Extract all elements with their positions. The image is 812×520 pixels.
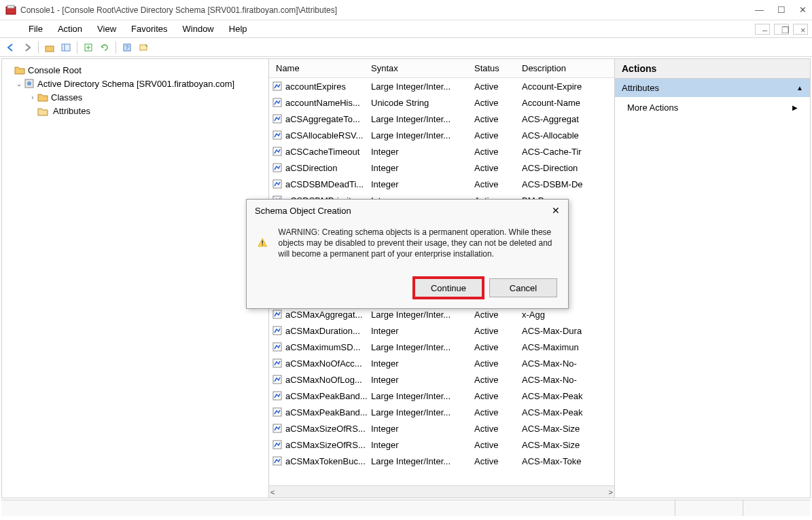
up-button[interactable]	[43, 41, 56, 54]
table-row[interactable]: aCSCacheTimeoutIntegerActiveACS-Cache-Ti…	[269, 143, 614, 160]
table-row[interactable]: aCSMaximumSD...Large Integer/Inter...Act…	[269, 339, 614, 355]
cell-name: aCSMaxPeakBand...	[285, 391, 371, 401]
back-button[interactable]	[4, 41, 18, 54]
col-status[interactable]: Status	[474, 63, 522, 73]
cell-description: ACS-Maximun	[522, 342, 614, 352]
table-row[interactable]: aCSMaxPeakBand...Large Integer/Inter...A…	[269, 404, 614, 420]
tree-root[interactable]: Console Root	[5, 63, 266, 77]
menu-help[interactable]: Help	[222, 22, 254, 35]
tree-attributes-label: Attributes	[51, 105, 92, 117]
cell-syntax: Large Integer/Inter...	[371, 310, 474, 320]
horizontal-scrollbar[interactable]: < >	[269, 485, 614, 498]
folder-icon	[14, 64, 25, 75]
continue-button[interactable]: Continue	[414, 278, 482, 297]
attribute-icon	[272, 407, 283, 417]
refresh-button[interactable]	[98, 41, 111, 54]
attribute-icon	[272, 309, 283, 320]
tree-panel[interactable]: Console Root ⌄ Active Directory Schema […	[2, 59, 269, 498]
table-row[interactable]: aCSMaxNoOfAcc...IntegerActiveACS-Max-No-	[269, 355, 614, 371]
svg-rect-37	[262, 240, 263, 243]
show-hide-button[interactable]	[59, 41, 73, 54]
svg-rect-1	[7, 5, 14, 8]
actions-panel: Actions Attributes ▲ More Actions ▶	[614, 59, 810, 498]
expand-icon[interactable]: ›	[28, 94, 37, 101]
forward-button[interactable]	[20, 41, 34, 54]
table-row[interactable]: aCSMaxPeakBand...Large Integer/Inter...A…	[269, 388, 614, 404]
table-row[interactable]: aCSDSBMDeadTi...IntegerActiveACS-DSBM-De	[269, 176, 614, 192]
dialog-message: WARNING: Creating schema objects is a pe…	[279, 227, 557, 265]
table-row[interactable]: aCSMaxNoOfLog...IntegerActiveACS-Max-No-	[269, 371, 614, 388]
cell-status: Active	[474, 147, 522, 157]
cell-status: Active	[474, 163, 522, 173]
attribute-icon	[272, 179, 283, 189]
table-row[interactable]: aCSMaxTokenBuc...Large Integer/Inter...A…	[269, 453, 614, 469]
actions-more[interactable]: More Actions ▶	[615, 97, 810, 118]
scroll-left-icon[interactable]: <	[270, 488, 275, 496]
collapse-icon[interactable]: ⌄	[14, 80, 24, 88]
menu-view[interactable]: View	[90, 22, 123, 35]
table-row[interactable]: aCSMaxDuration...IntegerActiveACS-Max-Du…	[269, 322, 614, 339]
statusbar	[1, 500, 811, 516]
cell-status: Active	[474, 81, 522, 92]
tree-classes[interactable]: › Classes	[5, 90, 266, 104]
col-name[interactable]: Name	[269, 63, 371, 73]
cell-status: Active	[474, 391, 522, 401]
table-row[interactable]: aCSDirectionIntegerActiveACS-Direction	[269, 160, 614, 176]
cell-description: ACS-Direction	[522, 163, 614, 173]
table-row[interactable]: aCSAllocableRSV...Large Integer/Inter...…	[269, 127, 614, 143]
cell-syntax: Integer	[371, 424, 474, 434]
menu-favorites[interactable]: Favorites	[124, 22, 174, 35]
cell-syntax: Integer	[371, 179, 474, 189]
svg-rect-4	[46, 46, 54, 52]
minimize-button[interactable]: —	[755, 5, 764, 15]
menu-file[interactable]: File	[22, 22, 50, 35]
scroll-right-icon[interactable]: >	[609, 488, 613, 496]
svg-text:?: ?	[125, 44, 128, 51]
cell-name: aCSDSBMDeadTi...	[285, 179, 371, 189]
dialog-titlebar: Schema Object Creation ✕	[247, 200, 568, 221]
attribute-icon	[272, 325, 283, 336]
new-window-button[interactable]	[137, 41, 150, 54]
table-row[interactable]: aCSMaxSizeOfRS...IntegerActiveACS-Max-Si…	[269, 420, 614, 437]
cancel-button[interactable]: Cancel	[489, 278, 557, 297]
table-row[interactable]: aCSMaxSizeOfRS...IntegerActiveACS-Max-Si…	[269, 437, 614, 453]
table-row[interactable]: aCSAggregateTo...Large Integer/Inter...A…	[269, 111, 614, 127]
cell-description: ACS-Max-Dura	[522, 326, 614, 336]
cell-description: ACS-Max-No-	[522, 375, 614, 385]
actions-section[interactable]: Attributes ▲	[615, 79, 810, 97]
tree-root-label: Console Root	[28, 65, 82, 75]
cell-syntax: Large Integer/Inter...	[371, 391, 474, 401]
col-description[interactable]: Description	[522, 63, 614, 73]
actions-more-label: More Actions	[627, 103, 678, 113]
cell-status: Active	[474, 456, 522, 466]
svg-rect-38	[262, 244, 263, 245]
cell-status: Active	[474, 407, 522, 417]
cell-syntax: Large Integer/Inter...	[371, 114, 474, 124]
list-header: Name Syntax Status Description	[269, 59, 614, 78]
attribute-icon	[272, 456, 283, 466]
menu-action[interactable]: Action	[51, 22, 89, 35]
attribute-icon	[272, 113, 283, 124]
export-button[interactable]	[82, 41, 95, 54]
cell-description: Account-Expire	[522, 81, 614, 92]
maximize-button[interactable]: ☐	[777, 5, 785, 15]
table-row[interactable]: accountExpiresLarge Integer/Inter...Acti…	[269, 78, 614, 94]
sub-restore-button[interactable]: ❐	[774, 24, 789, 35]
attribute-icon	[272, 374, 283, 385]
sub-minimize-button[interactable]: –	[755, 24, 770, 35]
dialog-close-button[interactable]: ✕	[552, 205, 560, 216]
cell-description: x-Agg	[522, 310, 614, 320]
tree-schema[interactable]: ⌄ Active Directory Schema [SRV001.firatb…	[5, 77, 266, 90]
cell-description: ACS-Allocable	[522, 130, 614, 141]
cell-name: aCSAggregateTo...	[285, 114, 371, 124]
menu-window[interactable]: Window	[176, 22, 221, 35]
cell-status: Active	[474, 424, 522, 434]
close-button[interactable]: ✕	[799, 5, 807, 15]
cell-syntax: Integer	[371, 326, 474, 336]
cell-status: Active	[474, 130, 522, 141]
col-syntax[interactable]: Syntax	[371, 63, 474, 73]
table-row[interactable]: accountNameHis...Unicode StringActiveAcc…	[269, 94, 614, 111]
tree-attributes[interactable]: Attributes	[5, 104, 266, 118]
sub-close-button[interactable]: ×	[793, 24, 808, 35]
help-button[interactable]: ?	[120, 41, 134, 54]
